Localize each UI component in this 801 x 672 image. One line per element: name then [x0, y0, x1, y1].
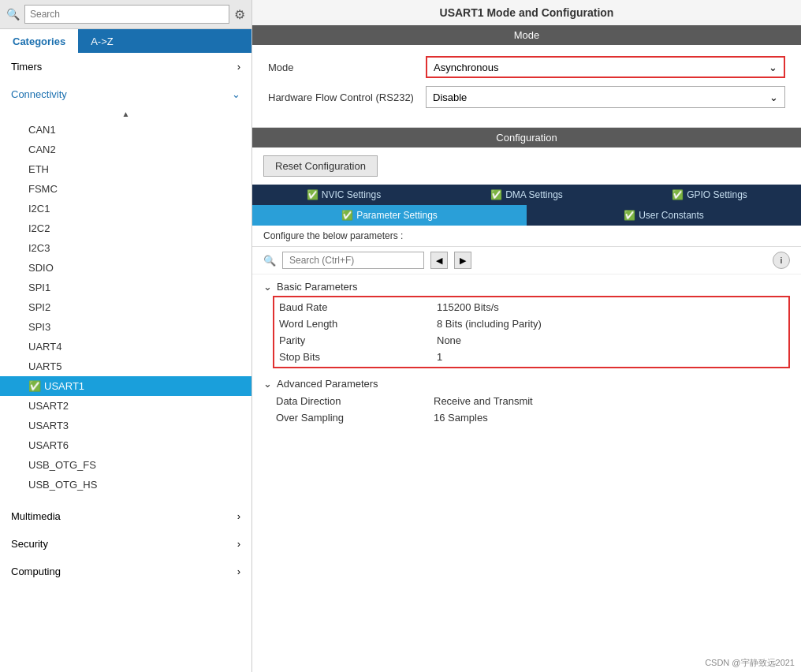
reset-config-button[interactable]: Reset Configuration [263, 155, 378, 177]
sidebar-multimedia-label: Multimedia [11, 510, 61, 522]
params-tab-label: Parameter Settings [356, 210, 438, 221]
data-direction-value: Receive and Transmit [434, 395, 533, 407]
param-stop-bits: Stop Bits 1 [274, 349, 788, 365]
check-circle-icon: ✅ [28, 380, 41, 392]
sidebar-item-sdio[interactable]: SDIO [0, 258, 251, 278]
sidebar-timers-label: Timers [11, 61, 42, 73]
hw-flow-value: Disable [433, 91, 467, 103]
sidebar-search-bar: 🔍 ⚙ [0, 0, 251, 29]
search-params-input[interactable] [282, 252, 424, 269]
tab-parameter-settings[interactable]: ✅ Parameter Settings [252, 205, 527, 226]
chevron-down-icon-hw: ⌄ [769, 91, 778, 103]
mode-section: Mode Asynchronous ⌄ Hardware Flow Contro… [252, 45, 801, 128]
page-title: USART1 Mode and Configuration [252, 0, 801, 25]
sidebar-item-i2c2[interactable]: I2C2 [0, 218, 251, 238]
constants-tab-label: User Constants [639, 210, 704, 221]
nav-prev-button[interactable]: ◀ [430, 252, 448, 269]
parity-value: None [437, 334, 461, 346]
search-params-row: 🔍 ◀ ▶ i [252, 247, 801, 274]
chevron-right-icon: › [237, 61, 240, 73]
sidebar-item-can1[interactable]: CAN1 [0, 120, 251, 140]
parity-key: Parity [279, 334, 437, 346]
config-tabs-row2: ✅ Parameter Settings ✅ User Constants [252, 205, 801, 226]
sidebar-item-uart4[interactable]: UART4 [0, 337, 251, 357]
nvic-check-icon: ✅ [307, 189, 319, 200]
tab-gpio[interactable]: ✅ GPIO Settings [618, 185, 801, 205]
main-content: USART1 Mode and Configuration Mode Mode … [252, 0, 801, 672]
tab-dma[interactable]: ✅ DMA Settings [435, 185, 618, 205]
dma-check-icon: ✅ [490, 189, 502, 200]
advanced-params-items: Data Direction Receive and Transmit Over… [263, 393, 790, 426]
chevron-right-icon3: › [237, 538, 240, 550]
info-button[interactable]: i [773, 252, 790, 269]
nav-next-button[interactable]: ▶ [454, 252, 471, 269]
mode-section-bar: Mode [252, 25, 801, 45]
sidebar-item-spi3[interactable]: SPI3 [0, 317, 251, 337]
sidebar-item-spi2[interactable]: SPI2 [0, 297, 251, 317]
tab-az[interactable]: A->Z [78, 29, 126, 53]
sidebar-section-connectivity[interactable]: Connectivity ⌄ [0, 80, 251, 108]
mode-value: Asynchronous [434, 62, 498, 73]
config-section: Configuration Reset Configuration ✅ NVIC… [252, 128, 801, 672]
sidebar-item-fsmc[interactable]: FSMC [0, 179, 251, 199]
reset-btn-row: Reset Configuration [252, 147, 801, 185]
sidebar-item-i2c1[interactable]: I2C1 [0, 199, 251, 218]
hw-flow-row: Hardware Flow Control (RS232) Disable ⌄ [268, 86, 785, 108]
scroll-up-arrow[interactable]: ▲ [0, 108, 251, 120]
basic-params-header[interactable]: ⌄ Basic Parameters [263, 278, 790, 296]
config-section-bar: Configuration [252, 128, 801, 147]
sidebar-item-usb-otg-hs[interactable]: USB_OTG_HS [0, 475, 251, 495]
stop-bits-key: Stop Bits [279, 351, 437, 363]
nvic-tab-label: NVIC Settings [322, 189, 381, 200]
sidebar-item-usart1[interactable]: ✅USART1 [0, 376, 251, 396]
sidebar-section-computing[interactable]: Computing › [0, 558, 251, 585]
sidebar-item-usart6[interactable]: USART6 [0, 435, 251, 455]
sidebar-tabs: Categories A->Z [0, 29, 251, 53]
params-configure-label: Configure the below parameters : [252, 226, 801, 247]
watermark: CSDN @宇静致远2021 [252, 654, 801, 672]
sidebar-item-eth[interactable]: ETH [0, 159, 251, 179]
gear-icon[interactable]: ⚙ [234, 7, 245, 22]
param-baud-rate: Baud Rate 115200 Bits/s [274, 299, 788, 315]
baud-rate-value: 115200 Bits/s [437, 301, 499, 313]
search-params-icon: 🔍 [263, 255, 276, 267]
gpio-tab-label: GPIO Settings [687, 189, 747, 200]
gpio-check-icon: ✅ [672, 189, 684, 200]
sidebar: 🔍 ⚙ Categories A->Z Timers › Connectivit… [0, 0, 252, 672]
constants-check-icon: ✅ [624, 210, 635, 221]
sidebar-item-spi1[interactable]: SPI1 [0, 278, 251, 297]
sidebar-section-security[interactable]: Security › [0, 530, 251, 558]
mode-row: Mode Asynchronous ⌄ [268, 56, 785, 78]
sidebar-item-usb-otg-fs[interactable]: USB_OTG_FS [0, 455, 251, 475]
word-length-key: Word Length [279, 318, 437, 330]
sidebar-content: Timers › Connectivity ⌄ ▲ CAN1 CAN2 ETH … [0, 53, 251, 672]
mode-field-label: Mode [268, 62, 426, 73]
chevron-down-icon-mode: ⌄ [769, 62, 777, 73]
sidebar-item-usart3[interactable]: USART3 [0, 416, 251, 435]
param-over-sampling: Over Sampling 16 Samples [271, 409, 790, 426]
sidebar-item-can2[interactable]: CAN2 [0, 140, 251, 159]
sidebar-security-label: Security [11, 538, 48, 550]
baud-rate-key: Baud Rate [279, 301, 437, 313]
data-direction-key: Data Direction [276, 395, 434, 407]
sidebar-section-timers[interactable]: Timers › [0, 53, 251, 80]
search-input[interactable] [24, 5, 229, 24]
hw-flow-select[interactable]: Disable ⌄ [426, 86, 785, 108]
param-word-length: Word Length 8 Bits (including Parity) [274, 315, 788, 332]
sidebar-item-usart2[interactable]: USART2 [0, 396, 251, 416]
tab-user-constants[interactable]: ✅ User Constants [527, 205, 801, 226]
config-tabs-row1: ✅ NVIC Settings ✅ DMA Settings ✅ GPIO Se… [252, 185, 801, 205]
sidebar-section-multimedia[interactable]: Multimedia › [0, 502, 251, 530]
sidebar-item-uart5[interactable]: UART5 [0, 357, 251, 376]
tab-nvic[interactable]: ✅ NVIC Settings [252, 185, 435, 205]
sidebar-item-i2c3[interactable]: I2C3 [0, 238, 251, 258]
basic-params-label: Basic Parameters [277, 281, 358, 293]
tab-categories[interactable]: Categories [0, 29, 78, 53]
chevron-down-icon: ⌄ [232, 88, 240, 100]
sidebar-computing-label: Computing [11, 566, 61, 577]
chevron-right-icon4: › [237, 566, 240, 577]
mode-select[interactable]: Asynchronous ⌄ [426, 56, 785, 78]
param-parity: Parity None [274, 332, 788, 349]
sidebar-connectivity-label: Connectivity [11, 88, 67, 100]
advanced-params-header[interactable]: ⌄ Advanced Parameters [263, 375, 790, 393]
